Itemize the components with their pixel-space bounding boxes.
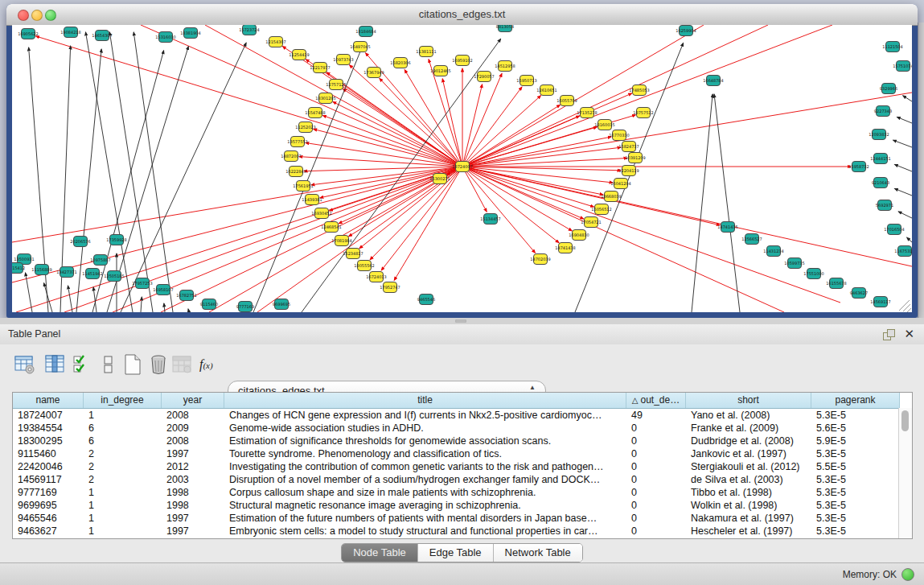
cell-title[interactable]: Tourette syndrome. Phenomenology and cla…	[224, 447, 626, 460]
network-canvas[interactable]: 1872400712154307112544191221797710973743…	[12, 25, 912, 312]
graph-node[interactable]: 15234817	[343, 249, 363, 259]
column-header-name[interactable]: name	[13, 393, 84, 408]
cell-pagerank[interactable]: 5.3E-5	[811, 525, 900, 538]
cell-out_de[interactable]: 0	[626, 486, 686, 499]
cell-in_degree[interactable]: 1	[84, 525, 162, 538]
table-row[interactable]: 1872400712008Changes of HCN gene express…	[13, 409, 912, 422]
cell-out_de[interactable]: 0	[626, 499, 686, 512]
cell-short[interactable]: Hescheler et al. (1997)	[686, 525, 811, 538]
graph-node[interactable]: 16782751	[176, 290, 196, 301]
cell-pagerank[interactable]: 5.3E-5	[811, 409, 900, 422]
cell-out_de[interactable]: 0	[626, 447, 686, 460]
graph-node[interactable]: 17561951	[293, 181, 313, 192]
graph-node[interactable]: 9329966	[880, 84, 897, 94]
graph-node[interactable]: 11381111	[416, 47, 436, 57]
graph-node[interactable]: 18055562	[354, 261, 374, 271]
graph-node[interactable]: 3915412	[12, 263, 25, 274]
graph-node[interactable]: 16055709	[556, 96, 577, 106]
cell-title[interactable]: Structural magnetic resonance image aver…	[224, 499, 626, 512]
graph-node[interactable]: 12757125	[326, 80, 346, 90]
cell-pagerank[interactable]: 5.9E-5	[811, 435, 900, 447]
graph-node[interactable]: 15316030	[155, 32, 175, 43]
cell-title[interactable]: Estimation of the future numbers of pati…	[224, 512, 626, 525]
table-row[interactable]: 977716911998Corpus callosum shape and si…	[13, 486, 912, 499]
cell-name[interactable]: 9115460	[13, 447, 84, 460]
select-column-icon[interactable]	[45, 354, 66, 375]
graph-node[interactable]: 12505185	[104, 271, 124, 282]
cell-short[interactable]: Yano et al. (2008)	[686, 409, 811, 422]
graph-node[interactable]: 14741435	[717, 222, 737, 233]
table-mode-icon[interactable]	[14, 354, 35, 375]
cell-in_degree[interactable]: 2	[84, 460, 162, 473]
table-row[interactable]: 911546021997Tourette syndrome. Phenomeno…	[13, 447, 912, 460]
memory-ok-indicator-icon[interactable]	[901, 568, 914, 581]
graph-node[interactable]: 15950713	[516, 76, 536, 86]
cell-short[interactable]: Stergiakouli et al. (2012)	[686, 460, 811, 473]
graph-node[interactable]: 15824737	[618, 142, 639, 152]
graph-node[interactable]: 15958732	[848, 162, 869, 172]
cell-name[interactable]: 14569117	[13, 473, 84, 486]
graph-node[interactable]: 10391209	[625, 153, 645, 163]
cell-out_de[interactable]: 0	[626, 460, 686, 473]
cell-name[interactable]: 18300295	[13, 435, 84, 447]
cell-year[interactable]: 1997	[162, 525, 224, 538]
cell-title[interactable]: Corpus callosum shape and size in male p…	[224, 486, 626, 499]
cell-in_degree[interactable]: 1	[84, 499, 162, 512]
graph-node[interactable]: 12444151	[870, 154, 890, 164]
graph-node[interactable]: 16724013	[366, 272, 386, 282]
cell-pagerank[interactable]: 5.3E-5	[811, 499, 900, 512]
graph-node[interactable]: 17957253	[132, 278, 152, 289]
cell-short[interactable]: de Silva et al. (2003)	[686, 473, 811, 486]
graph-node[interactable]: 10973743	[333, 55, 353, 65]
cell-in_degree[interactable]: 1	[84, 409, 162, 422]
graph-node[interactable]: 17290057	[474, 72, 494, 82]
cell-out_de[interactable]: 0	[626, 435, 686, 447]
graph-node[interactable]: 14512958	[495, 61, 515, 72]
cell-year[interactable]: 2003	[162, 473, 224, 486]
cell-pagerank[interactable]: 5.3E-5	[811, 512, 900, 525]
cell-in_degree[interactable]: 1	[84, 512, 162, 525]
cell-out_de[interactable]: 0	[626, 525, 686, 538]
cell-title[interactable]: Disruption of a novel member of a sodium…	[224, 473, 626, 486]
graph-node[interactable]: 19084218	[60, 27, 80, 38]
graph-node[interactable]: 17359928	[106, 235, 126, 245]
graph-node[interactable]: 16155678	[826, 278, 846, 289]
graph-node[interactable]: 14741438	[555, 243, 575, 253]
graph-node[interactable]: 14702039	[530, 254, 550, 265]
cell-name[interactable]: 22420046	[13, 460, 84, 473]
table-vertical-scrollbar[interactable]	[898, 408, 912, 538]
cell-title[interactable]: Embryonic stem cells: a model to study s…	[224, 525, 626, 538]
graph-node[interactable]: 17081984	[331, 236, 351, 246]
cell-out_de[interactable]: 49	[626, 409, 686, 422]
column-header-short[interactable]: short	[686, 393, 811, 408]
tab-network-table[interactable]: Network Table	[494, 544, 582, 562]
column-header-year[interactable]: year	[162, 393, 224, 408]
column-header-out_de[interactable]: △out_de…	[626, 393, 686, 408]
graph-node[interactable]: 8813054	[496, 25, 514, 32]
graph-node[interactable]: 14872007	[281, 151, 301, 162]
cell-name[interactable]: 9777169	[13, 486, 84, 499]
table-row[interactable]: 1830029562008Estimation of significance …	[13, 435, 912, 447]
graph-node[interactable]: 18757512	[633, 108, 653, 118]
column-visibility-icon[interactable]	[72, 354, 93, 375]
cell-pagerank[interactable]: 5.5E-5	[811, 460, 900, 473]
cell-year[interactable]: 2009	[162, 422, 224, 435]
column-header-title[interactable]: title	[224, 393, 626, 408]
graph-node[interactable]: 14654307	[92, 31, 112, 41]
graph-node[interactable]: 12468541	[321, 222, 341, 233]
graph-node[interactable]: 16648784	[703, 76, 723, 86]
table-row[interactable]: 2242004622012Investigating the contribut…	[13, 460, 912, 473]
float-panel-icon[interactable]	[883, 329, 893, 340]
graph-node[interactable]: 15723724	[239, 25, 259, 35]
table-row[interactable]: 946362711997Embryonic stem cells: a mode…	[13, 525, 912, 538]
graph-node[interactable]: 9699695	[273, 299, 290, 310]
graph-node[interactable]: 17016504	[884, 225, 904, 235]
graph-node[interactable]: 12610651	[536, 85, 556, 96]
graph-node[interactable]: 11451942	[82, 269, 102, 279]
cell-short[interactable]: Tibbo et al. (1998)	[686, 486, 811, 499]
graph-node[interactable]: 9115460	[200, 299, 218, 310]
graph-node[interactable]: 10599735	[784, 258, 804, 269]
graph-node[interactable]: 17551090	[803, 269, 823, 279]
cell-in_degree[interactable]: 2	[84, 447, 162, 460]
graph-node[interactable]: 12093832	[869, 130, 889, 140]
